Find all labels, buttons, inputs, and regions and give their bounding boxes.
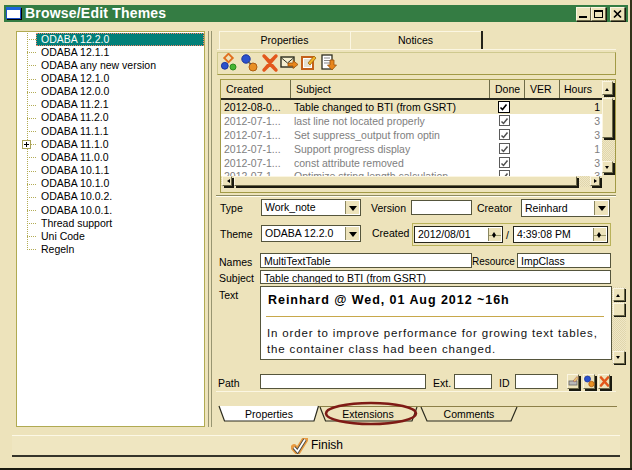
svg-text:Extensions: Extensions [342, 408, 393, 420]
svg-text:Properties: Properties [245, 408, 293, 420]
svg-text:Comments: Comments [444, 408, 495, 420]
